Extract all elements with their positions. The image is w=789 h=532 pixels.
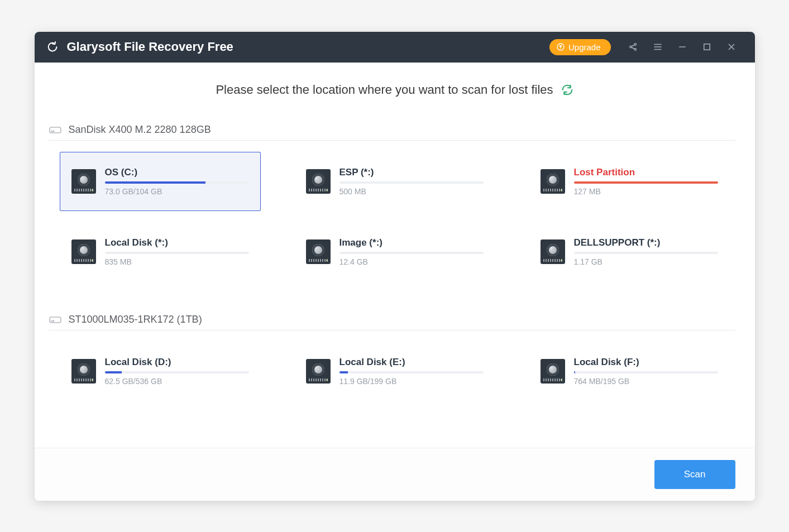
svg-point-3 <box>634 49 636 50</box>
svg-point-1 <box>629 46 631 47</box>
partition-info: Local Disk (D:) 62.5 GB/536 GB <box>105 357 249 386</box>
partition-grid: OS (C:) 73.0 GB/104 GB ESP (*:) 500 MB L… <box>54 141 735 298</box>
svg-rect-8 <box>704 44 710 50</box>
partition-grid: Local Disk (D:) 62.5 GB/536 GB Local Dis… <box>54 330 735 418</box>
partition-name: Local Disk (E:) <box>339 357 484 368</box>
partition-size: 62.5 GB/536 GB <box>105 377 249 386</box>
partition-size: 835 MB <box>105 257 249 266</box>
partition-item[interactable]: OS (C:) 73.0 GB/104 GB <box>60 152 261 211</box>
minimize-icon[interactable] <box>676 40 689 54</box>
partition-info: Local Disk (E:) 11.9 GB/199 GB <box>339 357 484 386</box>
disk-header: SanDisk X400 M.2 2280 128GB <box>49 119 735 141</box>
disk-label: ST1000LM035-1RK172 (1TB) <box>69 314 202 325</box>
svg-point-15 <box>51 320 52 322</box>
upgrade-button[interactable]: Upgrade <box>549 39 611 55</box>
hard-drive-icon <box>49 314 62 325</box>
partition-drive-icon <box>541 169 565 194</box>
disk-group: ST1000LM035-1RK172 (1TB) Local Disk (D:)… <box>54 309 735 418</box>
partition-info: ESP (*:) 500 MB <box>339 167 484 196</box>
menu-icon[interactable] <box>651 40 664 54</box>
partition-name: Local Disk (*:) <box>105 237 249 248</box>
partition-size: 12.4 GB <box>339 257 484 266</box>
app-title: Glarysoft File Recovery Free <box>67 40 233 54</box>
partition-drive-icon <box>306 359 331 384</box>
partition-item[interactable]: Lost Partition 127 MB <box>529 152 730 211</box>
hard-drive-icon <box>49 124 62 135</box>
partition-usage-bar <box>105 371 249 373</box>
partition-drive-icon <box>541 359 565 384</box>
partition-drive-icon <box>71 169 96 194</box>
content-area: Please select the location where you wan… <box>35 63 755 448</box>
scan-button[interactable]: Scan <box>654 460 735 489</box>
disk-list: SanDisk X400 M.2 2280 128GB OS (C:) 73.0… <box>54 119 735 418</box>
partition-size: 1.17 GB <box>574 257 718 266</box>
partition-usage-bar <box>339 252 484 254</box>
partition-item[interactable]: DELLSUPPORT (*:) 1.17 GB <box>529 222 730 281</box>
partition-size: 73.0 GB/104 GB <box>105 187 249 196</box>
svg-point-12 <box>51 131 52 132</box>
svg-point-16 <box>53 320 54 322</box>
partition-size: 127 MB <box>574 187 718 196</box>
title-bar: Glarysoft File Recovery Free Upgrade <box>35 32 755 63</box>
partition-item[interactable]: Local Disk (*:) 835 MB <box>60 222 261 281</box>
footer: Scan <box>35 448 755 501</box>
partition-item[interactable]: Local Disk (E:) 11.9 GB/199 GB <box>294 342 495 401</box>
partition-drive-icon <box>71 239 96 264</box>
maximize-icon[interactable] <box>700 40 714 54</box>
partition-usage-bar <box>574 252 718 254</box>
partition-info: DELLSUPPORT (*:) 1.17 GB <box>574 237 718 266</box>
partition-item[interactable]: Local Disk (D:) 62.5 GB/536 GB <box>60 342 261 401</box>
partition-item[interactable]: Local Disk (F:) 764 MB/195 GB <box>529 342 730 401</box>
partition-usage-bar <box>105 181 249 184</box>
partition-info: Local Disk (F:) 764 MB/195 GB <box>574 357 718 386</box>
partition-usage-bar <box>105 252 249 254</box>
close-icon[interactable] <box>725 40 738 54</box>
app-window: Glarysoft File Recovery Free Upgrade <box>35 32 755 501</box>
partition-item[interactable]: Image (*:) 12.4 GB <box>294 222 495 281</box>
partition-name: Lost Partition <box>574 167 718 178</box>
partition-item[interactable]: ESP (*:) 500 MB <box>294 152 495 211</box>
app-logo-icon <box>46 40 59 54</box>
svg-point-2 <box>634 44 636 45</box>
partition-drive-icon <box>306 239 331 264</box>
partition-drive-icon <box>541 239 565 264</box>
disk-label: SanDisk X400 M.2 2280 128GB <box>69 124 211 136</box>
partition-name: Image (*:) <box>339 237 484 248</box>
partition-size: 500 MB <box>339 187 484 196</box>
partition-name: OS (C:) <box>105 167 249 178</box>
partition-usage-bar <box>339 371 484 373</box>
partition-drive-icon <box>306 169 331 194</box>
share-icon[interactable] <box>627 40 640 54</box>
partition-usage-bar <box>574 181 718 184</box>
disk-header: ST1000LM035-1RK172 (1TB) <box>49 309 735 330</box>
instruction-row: Please select the location where you wan… <box>54 83 735 97</box>
partition-info: Image (*:) 12.4 GB <box>339 237 484 266</box>
refresh-icon[interactable] <box>561 84 573 96</box>
partition-size: 11.9 GB/199 GB <box>339 377 484 386</box>
partition-name: DELLSUPPORT (*:) <box>574 237 718 248</box>
partition-info: Local Disk (*:) 835 MB <box>105 237 249 266</box>
partition-drive-icon <box>71 359 96 384</box>
partition-name: Local Disk (F:) <box>574 357 718 368</box>
svg-rect-14 <box>50 317 61 323</box>
partition-usage-bar <box>339 181 484 184</box>
partition-info: OS (C:) 73.0 GB/104 GB <box>105 167 249 196</box>
partition-name: ESP (*:) <box>339 167 484 178</box>
svg-rect-11 <box>50 127 61 133</box>
disk-group: SanDisk X400 M.2 2280 128GB OS (C:) 73.0… <box>54 119 735 298</box>
svg-point-13 <box>53 131 54 132</box>
partition-usage-bar <box>574 371 718 373</box>
partition-info: Lost Partition 127 MB <box>574 167 718 196</box>
partition-size: 764 MB/195 GB <box>574 377 718 386</box>
instruction-text: Please select the location where you wan… <box>216 83 553 97</box>
upgrade-label: Upgrade <box>568 42 601 52</box>
partition-name: Local Disk (D:) <box>105 357 249 368</box>
